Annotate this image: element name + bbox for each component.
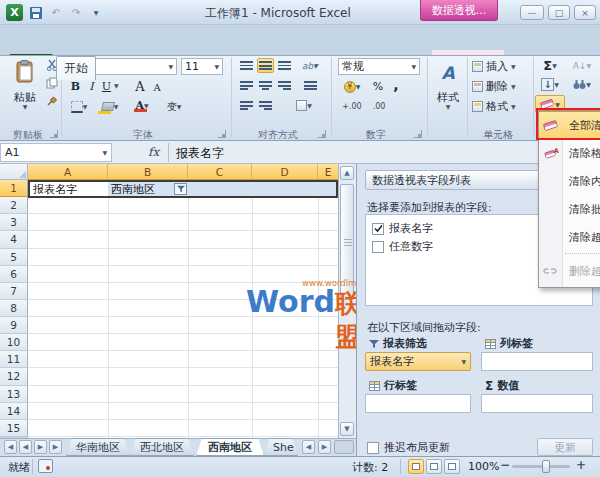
grow-font-button[interactable]: A (132, 78, 148, 94)
autosum-button[interactable]: Σ▼ (536, 57, 564, 74)
column-header-e[interactable]: E (318, 164, 338, 180)
zoom-slider-track[interactable] (512, 465, 570, 468)
font-color-button[interactable]: A▼ (130, 97, 154, 114)
percent-style-button[interactable]: % (370, 79, 386, 94)
borders-button[interactable]: ▼ (68, 99, 90, 114)
row-header[interactable]: 11 (0, 351, 28, 368)
delete-cells-button[interactable]: 删除▼ (472, 78, 528, 94)
checkbox-checked[interactable] (372, 223, 384, 235)
first-sheet-button[interactable]: ◀ (4, 440, 17, 454)
fill-color-button[interactable]: ▼ (98, 99, 122, 114)
decrease-decimal-button[interactable]: .00 (368, 99, 390, 113)
zoom-slider-thumb[interactable] (542, 460, 550, 473)
row-header[interactable]: 6 (0, 266, 28, 283)
column-header-a[interactable]: A (28, 164, 108, 180)
name-box[interactable]: A1▼ (0, 143, 112, 162)
zoom-in-button[interactable]: + (576, 458, 586, 472)
values-box[interactable] (481, 394, 593, 413)
decrease-indent-button[interactable] (238, 98, 255, 113)
restore-button[interactable]: □ (548, 5, 570, 20)
row-header[interactable]: 12 (0, 368, 28, 385)
shrink-font-button[interactable]: A (150, 80, 164, 94)
row-header[interactable]: 10 (0, 334, 28, 351)
checkbox-unchecked[interactable] (372, 241, 384, 253)
menu-item-clear-contents[interactable]: 清除内容 (539, 167, 600, 195)
next-sheet-button[interactable]: ▶ (34, 440, 47, 454)
format-painter-button[interactable] (44, 94, 60, 108)
row-header[interactable]: 3 (0, 214, 28, 231)
align-middle-button[interactable] (257, 58, 274, 73)
menu-item-clear-hyperlinks[interactable]: 清除超链接 (539, 223, 600, 251)
filter-field-chip[interactable]: 报表名字▼ (365, 352, 471, 371)
checkbox-unchecked[interactable] (367, 442, 379, 454)
scroll-down-button[interactable]: ▼ (340, 422, 354, 436)
align-bottom-button[interactable] (276, 58, 293, 73)
wrap-text-button[interactable] (300, 78, 320, 93)
column-header-b[interactable]: B (108, 164, 188, 180)
row-header[interactable]: 4 (0, 231, 28, 248)
minimize-button[interactable]: — (520, 5, 544, 20)
menu-item-clear-formats[interactable]: A 清除格式 (539, 139, 600, 167)
vertical-scroll-thumb[interactable] (340, 184, 354, 300)
column-labels-box[interactable] (481, 352, 593, 371)
sheet-tab-xibei[interactable]: 西北地区 (130, 438, 194, 456)
sort-filter-button[interactable]: A↓▼ (568, 57, 596, 74)
close-button[interactable]: × (574, 5, 596, 20)
zoom-out-button[interactable]: − (500, 458, 510, 472)
paste-dropdown[interactable]: ▼ (6, 103, 44, 110)
select-all-corner[interactable] (0, 164, 28, 180)
number-format-combo[interactable]: 常规▼ (338, 58, 420, 75)
underline-button[interactable]: U (100, 79, 113, 94)
update-button[interactable]: 更新 (537, 438, 593, 456)
row-header[interactable]: 9 (0, 317, 28, 334)
field-item[interactable]: 任意数字 (372, 239, 433, 254)
row-header[interactable]: 7 (0, 283, 28, 300)
phonetic-guide-button[interactable]: 变▼ (162, 99, 186, 114)
last-sheet-button[interactable]: ▶ (49, 440, 62, 454)
sheet-tab-huanan[interactable]: 华南地区 (66, 438, 130, 456)
font-size-combo[interactable]: 11▼ (181, 58, 223, 75)
zoom-level[interactable]: 100% (468, 460, 499, 473)
align-center-button[interactable] (257, 78, 274, 93)
defer-layout-update[interactable]: 推迟布局更新 (367, 440, 450, 455)
insert-function-button[interactable]: fx (148, 145, 159, 159)
styles-dropdown[interactable]: ▼ (430, 103, 466, 110)
bold-button[interactable]: B (68, 79, 83, 94)
redo-button[interactable]: ↷ (68, 5, 84, 20)
row-header[interactable]: 5 (0, 249, 28, 266)
cell-a1[interactable]: 报表名字 (30, 182, 108, 196)
tab-home[interactable]: 开始 (56, 56, 96, 80)
align-top-button[interactable] (238, 58, 255, 73)
cell-b1[interactable]: 西南地区 (108, 182, 188, 196)
column-header-d[interactable]: D (252, 164, 318, 180)
qat-customize-button[interactable]: ▼ (88, 5, 104, 20)
tab-scroll-left-button[interactable]: ◀ (302, 440, 315, 454)
row-header[interactable]: 1 (0, 180, 28, 197)
row-header[interactable]: 15 (0, 420, 28, 437)
row-labels-box[interactable] (365, 394, 471, 413)
formula-content[interactable]: 报表名字 (176, 145, 224, 162)
page-layout-view-button[interactable] (426, 459, 442, 474)
row-header[interactable]: 2 (0, 197, 28, 214)
font-dialog-launcher[interactable] (218, 130, 226, 138)
menu-item-clear-comments[interactable]: 清除批注 (539, 195, 600, 223)
column-header-c[interactable]: C (188, 164, 252, 180)
menu-item-clear-all[interactable]: 全部清除 (539, 111, 600, 139)
italic-button[interactable]: I (85, 79, 98, 94)
worksheet-grid[interactable] (28, 180, 338, 438)
row-header[interactable]: 8 (0, 300, 28, 317)
scroll-up-button[interactable]: ▲ (340, 166, 354, 180)
comma-style-button[interactable]: , (390, 77, 402, 92)
save-button[interactable] (28, 5, 44, 20)
increase-indent-button[interactable] (257, 98, 274, 113)
fill-button[interactable]: ↓▼ (536, 76, 564, 93)
sheet-tab-partial[interactable]: She (264, 438, 298, 456)
clipboard-dialog-launcher[interactable] (50, 130, 58, 138)
paste-button[interactable] (10, 58, 40, 86)
prev-sheet-button[interactable]: ◀ (19, 440, 32, 454)
number-dialog-launcher[interactable] (414, 130, 422, 138)
align-left-button[interactable] (238, 78, 255, 93)
find-select-button[interactable]: ▼ (568, 76, 596, 93)
macro-record-button[interactable] (38, 459, 53, 473)
orientation-button[interactable]: ab▼ (300, 58, 320, 73)
